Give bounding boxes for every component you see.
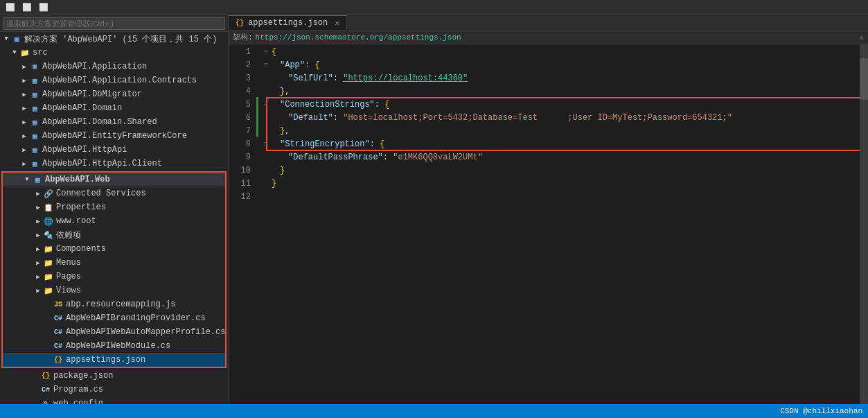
schema-bar: 架构: https://json.schemastore.org/appsett… [229,31,868,44]
project-web[interactable]: ▦ AbpWebAPI.Web [3,173,225,186]
line-numbers: 1 2 3 4 5 6 7 8 9 10 11 12 [229,44,256,404]
fold-8[interactable]: ⊟ [260,138,272,151]
code-content[interactable]: ⊟ { ⊟ "App": { ⊟ "SelfUrl": "https://loc… [256,44,868,404]
code-line-9: "DefaultPassPhrase": "e1MK6QQ8vaLW2UMt" [256,151,868,164]
proj-icon: ▦ [29,144,40,155]
tree-container: ▦ 解决方案 'AbpWebAPI' (15 个项目，共 15 个) 📁 src… [0,32,228,404]
menus-arrow [33,258,43,268]
package-json-item[interactable]: {} package.json [0,369,228,383]
proj-arrow [19,89,29,99]
editor-area: 1 2 3 4 5 6 7 8 9 10 11 12 [229,44,868,404]
menus-item[interactable]: 📁 Menus [3,256,225,270]
deps-item[interactable]: 🔩 依赖项 [3,228,225,242]
tab-label: appsettings.json [248,18,328,28]
project-application-contracts[interactable]: ▦ AbpWebAPI.Application.Contracts [0,73,228,87]
proj-arrow [19,76,29,85]
proj-icon: ▦ [29,75,40,86]
appsettings-item[interactable]: {} appsettings.json [3,353,225,367]
branding-label: AbpWebAPIBrandingProvider.cs [66,313,206,323]
empty-line [272,191,276,204]
wwwroot-item[interactable]: 🌐 www.root [3,214,225,228]
proj-icon: ▦ [29,89,40,100]
components-folder-icon: 📁 [43,243,54,254]
proj-arrow [19,159,29,168]
cs-icon-2: C# [53,326,64,338]
search-input[interactable] [3,17,225,30]
web-project-section: ▦ AbpWebAPI.Web 🔗 Connected Services 📋 P… [1,171,227,368]
project-httpapi[interactable]: ▦ AbpWebAPI.HttpApi [0,143,228,157]
fold-2[interactable]: ⊟ [260,59,272,72]
toolbar-btn-1[interactable]: ⬜ [3,2,18,12]
schema-label: 架构: [233,32,253,42]
web-arrow [22,175,32,184]
views-item[interactable]: 📁 Views [3,284,225,297]
fold-5[interactable]: ⊟ [260,98,272,112]
branding-item[interactable]: C# AbpWebAPIBrandingProvider.cs [3,311,225,325]
solution-root[interactable]: ▦ 解决方案 'AbpWebAPI' (15 个项目，共 15 个) [0,32,228,46]
tab-close-icon[interactable]: ✕ [335,18,339,28]
code-line-2: ⊟ "App": { [256,59,868,72]
toolbar-btn-2[interactable]: ⬜ [19,2,35,12]
editor-panel: {} appsettings.json ✕ 架构: https://json.s… [229,15,868,404]
l10-content: } [272,164,285,177]
src-label: src [33,48,48,58]
scrollbar-thumb[interactable] [860,58,868,100]
code-line-8: ⊟ "StringEncryption": { [256,138,868,151]
webmodule-item[interactable]: C# AbpWebAPIWebModule.cs [3,339,225,353]
json-icon: {} [53,354,64,365]
editor-tab-appsettings[interactable]: {} appsettings.json ✕ [229,15,347,30]
webconfig-label: web.config [53,399,103,404]
code-line-11: } [256,177,868,191]
proj-arrow [19,62,29,71]
solution-arrow [1,34,11,44]
components-item[interactable]: 📁 Components [3,242,225,256]
menus-folder-icon: 📁 [43,257,54,268]
web-project-label: AbpWebAPI.Web [45,175,110,184]
cs-icon: C# [53,313,64,324]
proj-arrow [19,145,29,155]
deps-label: 依赖项 [56,229,81,241]
brace-close: } [272,177,276,191]
l7-content: }, [272,125,290,138]
project-dbmigrator[interactable]: ▦ AbpWebAPI.DbMigrator [0,87,228,101]
resourcemapping-label: abp.resourcemapping.js [66,299,175,309]
search-bar [0,15,228,32]
toolbar-btn-3[interactable]: ⬜ [36,2,51,12]
l3-content: "SelfUrl": "https://localhost:44360" [272,72,468,85]
proj-label: AbpWebAPI.Domain.Shared [42,117,157,127]
code-line-12 [256,191,868,204]
solution-icon: ▦ [11,33,22,44]
js-icon: JS [53,299,64,310]
proj-label: AbpWebAPI.HttpApi.Client [42,159,162,168]
cs-icon-3: C# [53,340,64,351]
project-application[interactable]: ▦ AbpWebAPI.Application [0,60,228,73]
fold-1[interactable]: ⊟ [260,46,272,59]
properties-item[interactable]: 📋 Properties [3,200,225,214]
src-folder[interactable]: 📁 src [0,46,228,60]
resourcemapping-item[interactable]: JS abp.resourcemapping.js [3,297,225,311]
props-icon: 📋 [43,202,54,213]
project-domain[interactable]: ▦ AbpWebAPI.Domain [0,101,228,115]
proj-icon: ▦ [29,103,40,114]
code-line-6: "Default": "Host=localhost;Port=5432;Dat… [256,112,868,125]
automapper-label: AbpWebAPIWebAutoMapperProfile.cs [66,327,225,337]
l4-content: }, [272,85,290,98]
vertical-scrollbar[interactable] [860,44,868,404]
pages-folder-icon: 📁 [43,271,54,282]
project-efcore[interactable]: ▦ AbpWebAPI.EntityFrameworkCore [0,129,228,143]
scrollbar-right-top: ▲ [859,33,864,42]
connected-services[interactable]: 🔗 Connected Services [3,186,225,200]
webconfig-item[interactable]: ⚙ web.config [0,397,228,404]
l5-content: "ConnectionStrings": { [272,98,389,112]
automapper-item[interactable]: C# AbpWebAPIWebAutoMapperProfile.cs [3,325,225,339]
proj-label: AbpWebAPI.Application.Contracts [42,76,197,85]
pages-item[interactable]: 📁 Pages [3,270,225,284]
proj-label: AbpWebAPI.EntityFrameworkCore [42,131,187,141]
cs-icon-4: C# [40,384,51,395]
project-domain-shared[interactable]: ▦ AbpWebAPI.Domain.Shared [0,115,228,129]
schema-url[interactable]: https://json.schemastore.org/appsettings… [256,33,461,42]
program-cs-item[interactable]: C# Program.cs [0,383,228,397]
brace-open: { [272,46,276,59]
project-httpapi-client[interactable]: ▦ AbpWebAPI.HttpApi.Client [0,157,228,171]
components-label: Components [56,244,106,254]
